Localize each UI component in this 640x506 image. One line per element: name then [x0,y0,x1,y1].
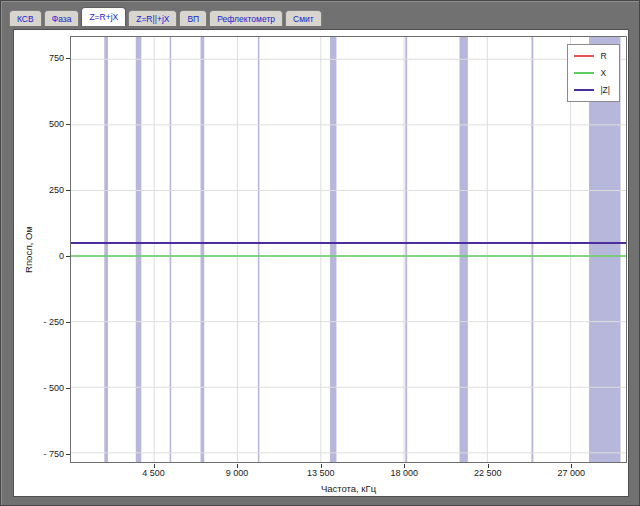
x-tick-mark [488,464,489,468]
tab-z-series[interactable]: Z=R+jX [81,7,126,26]
x-tick-label: 4 500 [130,468,178,478]
band-marker [258,37,260,462]
tab-vp[interactable]: ВП [179,10,207,26]
legend-line-sample [574,72,594,74]
band-marker [330,37,336,462]
tab-smith[interactable]: Смит [285,10,322,26]
legend-entry: X [574,68,610,78]
legend-label: X [600,68,606,78]
y-tick-mark [66,388,70,389]
legend: RX|Z| [567,44,620,102]
y-tick-label: 0 [26,251,64,261]
x-tick-mark [571,464,572,468]
band-marker [104,37,108,462]
y-tick-mark [66,58,70,59]
band-marker [405,37,407,462]
x-axis-label: Частота, кГц [70,483,627,494]
chart-canvas [71,37,626,462]
y-tick-mark [66,322,70,323]
legend-label: R [600,51,606,61]
band-marker [201,37,205,462]
x-tick-label: 9 000 [213,468,261,478]
tab-ksv[interactable]: КСВ [9,10,42,26]
y-tick-label: - 250 [26,317,64,327]
x-tick-label: 22 500 [464,468,512,478]
y-axis-label: Rпосл, Ом [20,36,36,463]
y-tick-mark [66,256,70,257]
y-tick-label: 750 [26,53,64,63]
y-tick-mark [66,190,70,191]
legend-line-sample [574,89,594,91]
legend-label: |Z| [600,85,610,95]
tab-bar: КСВФазаZ=R+jXZ=R||+jXВПРефлектометрСмит [9,6,324,26]
x-tick-mark [237,464,238,468]
chart-panel: Rпосл, Ом RX|Z| Частота, кГц 4 5009 0001… [13,29,629,497]
y-tick-label: - 750 [26,449,64,459]
app-window-frame: КСВФазаZ=R+jXZ=R||+jXВПРефлектометрСмит … [0,0,640,506]
tab-reflectometer[interactable]: Рефлектометр [209,10,283,26]
x-tick-mark [154,464,155,468]
tab-z-parallel[interactable]: Z=R||+jX [128,10,177,26]
legend-entry: |Z| [574,85,610,95]
plot-area[interactable]: RX|Z| [70,36,627,463]
y-tick-label: 500 [26,119,64,129]
x-tick-mark [321,464,322,468]
legend-entry: R [574,51,610,61]
band-marker [136,37,142,462]
band-marker [460,37,468,462]
legend-line-sample [574,55,594,57]
y-tick-label: - 500 [26,383,64,393]
tab-faza[interactable]: Фаза [44,10,80,26]
y-axis-label-text: Rпосл, Ом [23,226,34,273]
band-marker [531,37,533,462]
y-tick-label: 250 [26,185,64,195]
y-tick-mark [66,454,70,455]
x-tick-label: 13 500 [297,468,345,478]
y-tick-mark [66,124,70,125]
x-tick-mark [404,464,405,468]
x-tick-label: 18 000 [380,468,428,478]
band-marker [170,37,172,462]
x-tick-label: 27 000 [547,468,595,478]
